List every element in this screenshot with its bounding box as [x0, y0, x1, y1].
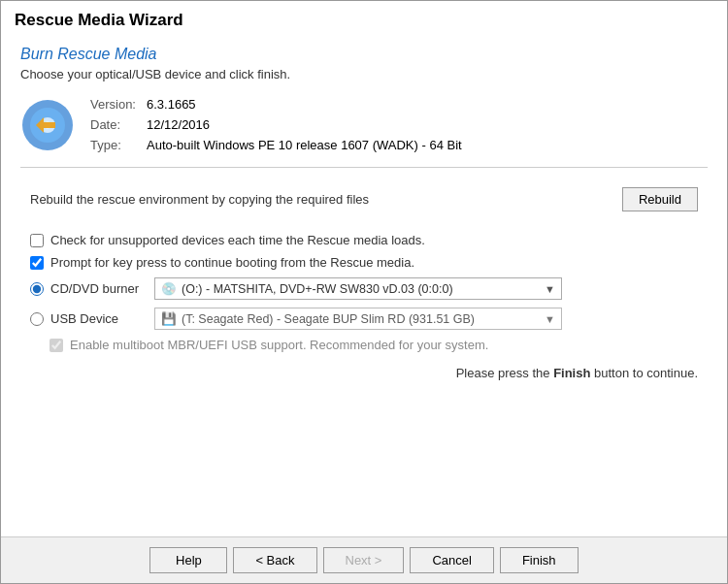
usb-label: USB Device [50, 311, 148, 326]
window-title: Rescue Media Wizard [15, 11, 713, 30]
finish-note: Please press the Finish button to contin… [20, 366, 708, 380]
date-value: 12/12/2016 [147, 115, 210, 136]
disc-icon [20, 98, 75, 152]
title-bar: Rescue Media Wizard [1, 1, 727, 36]
prompt-keypress-label: Prompt for key press to continue booting… [50, 255, 414, 270]
help-button[interactable]: Help [149, 547, 227, 573]
check-unsupported-checkbox[interactable] [30, 234, 44, 247]
multiboot-checkbox[interactable] [50, 339, 63, 352]
usb-device-text: (T: Seagate Red) - Seagate BUP Slim RD (… [182, 312, 475, 326]
cddvd-disc-icon: 💿 [161, 281, 177, 296]
usb-dropdown-content: 💾 (T: Seagate Red) - Seagate BUP Slim RD… [161, 311, 475, 326]
cancel-button[interactable]: Cancel [410, 547, 493, 573]
finish-note-after: button to continue. [590, 366, 698, 380]
burn-title: Burn Rescue Media [20, 46, 708, 63]
date-row: Date: 12/12/2016 [90, 115, 462, 136]
usb-radio[interactable] [30, 312, 44, 326]
cddvd-radio[interactable] [30, 282, 44, 296]
check-unsupported-label: Check for unsupported devices each time … [50, 233, 425, 247]
multiboot-label: Enable multiboot MBR/UEFI USB support. R… [70, 338, 488, 352]
finish-button[interactable]: Finish [500, 547, 579, 573]
back-button[interactable]: < Back [233, 547, 316, 573]
footer: Help < Back Next > Cancel Finish [1, 536, 727, 583]
info-section: Version: 6.3.1665 Date: 12/12/2016 Type:… [20, 95, 708, 168]
version-label: Version: [90, 95, 139, 115]
info-table: Version: 6.3.1665 Date: 12/12/2016 Type:… [90, 95, 462, 155]
version-row: Version: 6.3.1665 [90, 95, 462, 115]
finish-note-before: Please press the [456, 366, 553, 380]
finish-note-bold: Finish [553, 366, 590, 380]
date-label: Date: [90, 115, 139, 136]
cddvd-dropdown[interactable]: 💿 (O:) - MATSHITA, DVD+-RW SW830 vD.03 (… [154, 277, 562, 300]
cddvd-option-row: CD/DVD burner 💿 (O:) - MATSHITA, DVD+-RW… [30, 277, 698, 300]
prompt-keypress-row: Prompt for key press to continue booting… [30, 255, 698, 270]
usb-drive-icon: 💾 [161, 311, 177, 326]
rebuild-section: Rebuild the rescue environment by copyin… [20, 179, 708, 219]
type-row: Type: Auto-built Windows PE 10 release 1… [90, 136, 462, 156]
cddvd-label: CD/DVD burner [50, 281, 148, 296]
main-window: Rescue Media Wizard Burn Rescue Media Ch… [0, 0, 728, 584]
usb-chevron-icon: ▼ [545, 313, 555, 325]
content-area: Burn Rescue Media Choose your optical/US… [1, 36, 727, 536]
usb-dropdown[interactable]: 💾 (T: Seagate Red) - Seagate BUP Slim RD… [154, 308, 562, 330]
subtitle: Choose your optical/USB device and click… [20, 67, 708, 81]
cddvd-chevron-icon: ▼ [545, 283, 555, 295]
options-section: Check for unsupported devices each time … [20, 233, 708, 352]
type-label: Type: [90, 136, 139, 156]
check-unsupported-row: Check for unsupported devices each time … [30, 233, 698, 247]
usb-option-row: USB Device 💾 (T: Seagate Red) - Seagate … [30, 308, 698, 330]
multiboot-row: Enable multiboot MBR/UEFI USB support. R… [50, 338, 698, 352]
cddvd-device-text: (O:) - MATSHITA, DVD+-RW SW830 vD.03 (0:… [182, 282, 453, 296]
prompt-keypress-checkbox[interactable] [30, 256, 44, 270]
rebuild-button[interactable]: Rebuild [622, 187, 698, 211]
rebuild-text: Rebuild the rescue environment by copyin… [30, 192, 369, 207]
next-button[interactable]: Next > [323, 547, 405, 573]
type-value: Auto-built Windows PE 10 release 1607 (W… [147, 136, 462, 156]
version-value: 6.3.1665 [147, 95, 196, 115]
cddvd-dropdown-content: 💿 (O:) - MATSHITA, DVD+-RW SW830 vD.03 (… [161, 281, 453, 296]
